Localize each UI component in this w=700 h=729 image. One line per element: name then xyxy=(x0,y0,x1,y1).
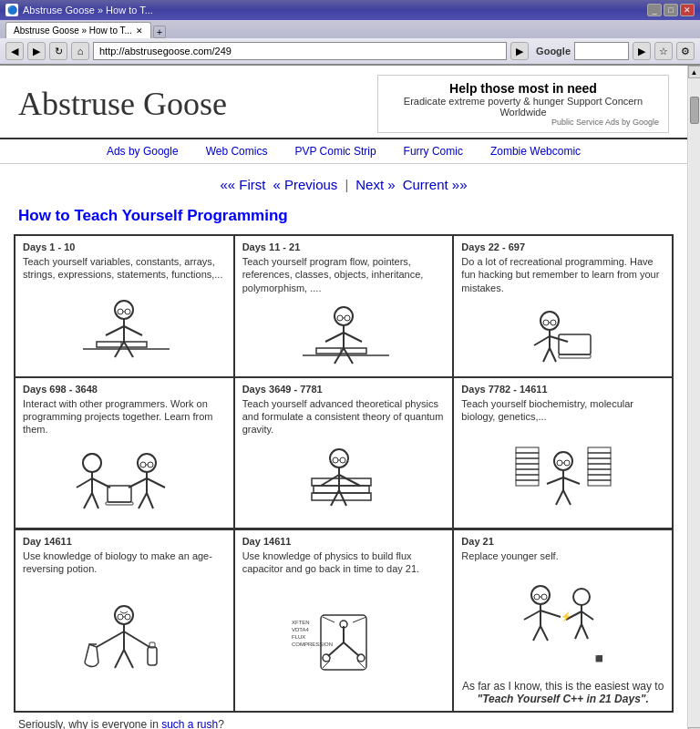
forward-button[interactable]: ▶ xyxy=(27,42,46,60)
svg-line-37 xyxy=(77,478,92,488)
scroll-track[interactable] xyxy=(689,78,700,727)
address-bar[interactable] xyxy=(93,42,507,60)
svg-rect-61 xyxy=(312,478,371,486)
last-cell-1-label: Day 14611 xyxy=(23,536,226,547)
reload-button[interactable]: ↻ xyxy=(49,42,67,60)
scroll-thumb[interactable] xyxy=(690,97,699,124)
cell-3-image xyxy=(461,298,664,371)
content-wrapper: Abstruse Goose Help those most in need E… xyxy=(0,66,700,729)
svg-line-40 xyxy=(92,493,98,508)
ad-box[interactable]: Help those most in need Eradicate extrem… xyxy=(377,75,669,133)
bookmarks-button[interactable]: ☆ xyxy=(654,42,673,60)
tab-close-button[interactable]: ✕ xyxy=(136,26,143,36)
title-bar: 🔵 Abstruse Goose » How to T... _ □ ✕ xyxy=(0,0,700,20)
back-button[interactable]: ◀ xyxy=(5,42,24,60)
nav-link-pvp[interactable]: PVP Comic Strip xyxy=(294,145,376,158)
svg-rect-85 xyxy=(588,475,611,480)
footer-link[interactable]: such a rush xyxy=(161,718,218,729)
cell-6-text: Teach yourself biochemistry, molecular b… xyxy=(461,397,664,424)
svg-point-54 xyxy=(340,457,345,463)
last-cell-2-svg: XFTEN VDTA4 FLUX COMPRESSION xyxy=(284,597,403,688)
tools-button[interactable]: ⚙ xyxy=(676,42,695,60)
svg-rect-83 xyxy=(588,464,611,469)
cell-2-svg xyxy=(289,298,398,371)
svg-line-18 xyxy=(344,333,362,342)
svg-rect-82 xyxy=(588,458,611,464)
previous-link[interactable]: « Previous xyxy=(273,177,338,192)
svg-line-49 xyxy=(147,493,153,508)
svg-line-33 xyxy=(543,348,550,362)
svg-line-48 xyxy=(139,493,147,508)
current-link[interactable]: Current »» xyxy=(403,177,468,192)
svg-point-43 xyxy=(148,462,153,467)
svg-line-6 xyxy=(124,326,142,335)
window-controls[interactable]: _ □ ✕ xyxy=(647,4,695,16)
next-link[interactable]: Next » xyxy=(355,177,395,192)
cell-2-label: Days 11 - 21 xyxy=(242,241,446,252)
browser-search-input[interactable] xyxy=(574,42,629,60)
active-tab[interactable]: Abstruse Goose » How to T... ✕ xyxy=(5,22,151,38)
scroll-up-button[interactable]: ▲ xyxy=(688,66,701,78)
first-link[interactable]: «« First xyxy=(220,177,265,192)
navigation-bar: ◀ ▶ ↻ ⌂ ▶ Google ▶ ☆ ⚙ xyxy=(0,38,700,64)
comic-cell-4: Days 698 - 3648 Interact with other prog… xyxy=(15,377,234,529)
nav-link-webcomics[interactable]: Web Comics xyxy=(206,145,268,158)
tab-bar: Abstruse Goose » How to T... ✕ + xyxy=(0,20,700,38)
svg-line-94 xyxy=(124,631,149,647)
comic-cell-3: Days 22 - 697 Do a lot of recreational p… xyxy=(453,235,673,377)
maximize-button[interactable]: □ xyxy=(664,4,678,16)
new-tab-button[interactable]: + xyxy=(153,26,166,38)
cell-5-label: Days 3649 - 7781 xyxy=(242,384,446,395)
home-button[interactable]: ⌂ xyxy=(71,42,89,60)
svg-point-64 xyxy=(554,452,572,470)
svg-rect-73 xyxy=(516,447,539,453)
svg-rect-84 xyxy=(588,469,611,475)
svg-text:⚡: ⚡ xyxy=(561,611,572,622)
svg-text:⬛: ⬛ xyxy=(595,654,603,662)
cell-6-svg xyxy=(509,434,618,516)
footer-note: Seriously, why is everyone in such a rus… xyxy=(0,713,687,729)
svg-point-1 xyxy=(118,309,123,314)
svg-line-106 xyxy=(344,642,359,656)
site-title: Abstruse Goose xyxy=(18,85,227,123)
svg-point-12 xyxy=(335,307,353,325)
svg-line-97 xyxy=(115,650,124,668)
svg-point-24 xyxy=(540,312,559,330)
svg-point-88 xyxy=(118,614,123,620)
svg-text:COMPRESSION: COMPRESSION xyxy=(292,642,333,647)
svg-rect-86 xyxy=(588,480,611,486)
nav-link-zombie[interactable]: Zombie Webcomic xyxy=(490,145,581,158)
nav-links: Ads by Google Web Comics PVP Comic Strip… xyxy=(0,139,687,164)
svg-rect-60 xyxy=(314,486,369,493)
svg-line-47 xyxy=(147,478,165,488)
svg-rect-74 xyxy=(516,453,539,458)
favicon: 🔵 xyxy=(5,4,18,16)
svg-line-119 xyxy=(582,624,588,639)
scrollbar[interactable]: ▲ ▼ xyxy=(687,66,700,729)
comic-cell-1: Days 1 - 10 Teach yourself variables, co… xyxy=(15,235,234,377)
svg-line-110 xyxy=(323,617,335,622)
comic-grid: Days 1 - 10 Teach yourself variables, co… xyxy=(14,234,674,529)
go-button[interactable]: ▶ xyxy=(510,42,529,60)
comic-cell-6: Days 7782 - 14611 Teach yourself biochem… xyxy=(453,377,673,529)
close-button[interactable]: ✕ xyxy=(680,4,695,16)
svg-rect-75 xyxy=(516,458,539,464)
cell-4-text: Interact with other programmers. Work on… xyxy=(23,397,226,436)
caption-text: As far as I know, this is the easiest wa… xyxy=(461,680,664,693)
nav-link-ads[interactable]: Ads by Google xyxy=(107,145,179,158)
svg-line-127 xyxy=(533,626,540,641)
svg-line-58 xyxy=(339,475,360,486)
nav-link-furry[interactable]: Furry Comic xyxy=(404,145,463,158)
last-cell-3-svg: ⚡ ⬛ xyxy=(504,570,623,670)
svg-rect-78 xyxy=(516,475,539,480)
last-cell-2-text: Use knowledge of physics to build flux c… xyxy=(242,549,446,576)
footer-text-before: Seriously, why is everyone in xyxy=(18,718,161,729)
svg-point-122 xyxy=(541,594,547,600)
minimize-button[interactable]: _ xyxy=(647,4,662,16)
svg-rect-76 xyxy=(516,464,539,469)
svg-point-14 xyxy=(345,315,350,321)
comic-cell-2: Days 11 - 21 Teach yourself program flow… xyxy=(234,235,454,377)
cell-4-label: Days 698 - 3648 xyxy=(23,384,226,395)
search-button[interactable]: ▶ xyxy=(633,42,651,60)
svg-rect-81 xyxy=(588,453,611,458)
